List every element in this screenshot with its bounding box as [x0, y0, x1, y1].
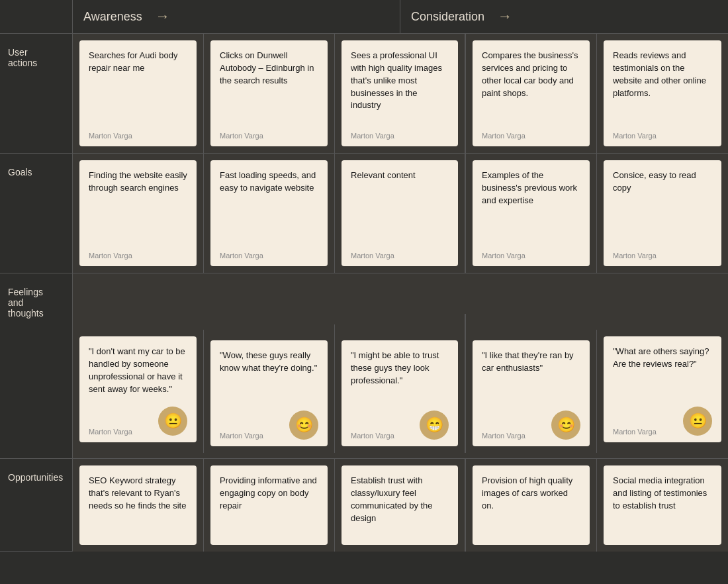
- card-text: Sees a professional UI with high quality…: [351, 50, 449, 125]
- card-author: Marton Varga: [351, 132, 449, 140]
- card: Compares the business's services and pri…: [473, 40, 590, 146]
- card: Establish trust with classy/luxury feel …: [341, 465, 458, 545]
- opportunities-label: Opportunities: [0, 459, 73, 552]
- card-cell: Reads reviews and testimonials on the we…: [597, 34, 728, 153]
- goals-row: Finding the website easily through searc…: [73, 154, 728, 273]
- card: Examples of the business's previous work…: [473, 160, 590, 266]
- card-author: Marton Varga: [351, 432, 394, 440]
- card-text: Social media integration and listing of …: [613, 475, 712, 532]
- card-text: Providing informative and engaging copy …: [220, 475, 318, 532]
- card-text: "I like that they're ran by car enthusia…: [482, 350, 580, 405]
- card-author: Marton Varga: [482, 132, 580, 140]
- feelings-label: Feelings and thoughts: [0, 273, 73, 459]
- goals-label: Goals: [0, 154, 73, 273]
- card-author: Marton Varga: [89, 428, 132, 436]
- card-text: Establish trust with classy/luxury feel …: [351, 475, 449, 532]
- card-cell: Social media integration and listing of …: [597, 459, 728, 552]
- card-text: Relevant content: [351, 170, 449, 245]
- card: Consice, easy to read copy Marton Varga: [604, 160, 721, 266]
- card-cell: Compares the business's services and pri…: [466, 34, 597, 153]
- card-text: "What are others saying? Are the reviews…: [613, 346, 712, 401]
- feelings-cell-5: "What are others saying? Are the reviews…: [597, 330, 728, 453]
- card: Searches for Audi body repair near me Ma…: [79, 40, 197, 146]
- card: SEO Keyword strategy that's relevant to …: [79, 465, 197, 545]
- card: Clicks on Dunwell Autobody – Edinburgh i…: [210, 40, 328, 146]
- card-text: SEO Keyword strategy that's relevant to …: [89, 475, 187, 532]
- card-author: Marton Varga: [613, 428, 657, 436]
- card-author: Marton Varga: [89, 252, 187, 260]
- card: Relevant content Marton Varga: [341, 160, 458, 266]
- card-cell: Finding the website easily through searc…: [73, 154, 204, 273]
- card-text: "I don't want my car to be handled by so…: [89, 346, 187, 401]
- card-author: Marton Varga: [351, 252, 449, 260]
- opportunities-row: SEO Keyword strategy that's relevant to …: [73, 459, 728, 552]
- card-author: Marton Varga: [482, 252, 580, 260]
- happy-emoji-2: 😊: [551, 411, 580, 440]
- card-text: Examples of the business's previous work…: [482, 170, 580, 245]
- neutral-emoji: 😐: [158, 407, 187, 436]
- feeling-card: "I don't want my car to be handled by so…: [79, 336, 197, 442]
- card-author: Marton Varga: [220, 132, 318, 140]
- card-text: Finding the website easily through searc…: [89, 170, 187, 245]
- feelings-cell-1: "I don't want my car to be handled by so…: [73, 330, 204, 453]
- feelings-cell-2: "Wow, these guys really know what they'r…: [204, 324, 335, 453]
- feelings-cell-4: "I like that they're ran by car enthusia…: [466, 330, 597, 453]
- grin-emoji: 😁: [420, 411, 449, 440]
- card-cell: Relevant content Marton Varga: [335, 154, 466, 273]
- feelings-row: "I don't want my car to be handled by so…: [73, 273, 728, 459]
- card: Providing informative and engaging copy …: [210, 465, 328, 545]
- awareness-arrow: →: [156, 8, 170, 25]
- card-text: Compares the business's services and pri…: [482, 50, 580, 125]
- card-cell: Provision of high quality images of cars…: [466, 459, 597, 552]
- feeling-card: "I like that they're ran by car enthusia…: [473, 340, 590, 446]
- consideration-title: Consideration: [411, 10, 484, 24]
- card: Fast loading speeds, and easy to navigat…: [210, 160, 328, 266]
- card-cell: Providing informative and engaging copy …: [204, 459, 335, 552]
- consideration-arrow: →: [498, 8, 512, 25]
- card-text: Reads reviews and testimonials on the we…: [613, 50, 712, 125]
- neutral-emoji-2: 😐: [683, 407, 712, 436]
- card-text: Searches for Audi body repair near me: [89, 50, 187, 125]
- awareness-title: Awareness: [83, 10, 142, 24]
- consideration-header: Consideration →: [400, 0, 728, 33]
- feeling-card: "I might be able to trust these guys the…: [341, 340, 458, 446]
- happy-emoji: 😊: [289, 411, 318, 440]
- header-corner: [0, 0, 73, 34]
- card-cell: Sees a professional UI with high quality…: [335, 34, 466, 153]
- card-author: Marton Varga: [220, 252, 318, 260]
- card-cell: Examples of the business's previous work…: [466, 154, 597, 273]
- card-cell: Consice, easy to read copy Marton Varga: [597, 154, 728, 273]
- card-text: "Wow, these guys really know what they'r…: [220, 350, 318, 405]
- header-sections: Awareness → Consideration →: [73, 0, 728, 34]
- journey-map: Awareness → Consideration → User actions…: [0, 0, 728, 552]
- card-cell: SEO Keyword strategy that's relevant to …: [73, 459, 204, 552]
- card-text: Fast loading speeds, and easy to navigat…: [220, 170, 318, 245]
- feelings-cell-3: "I might be able to trust these guys the…: [335, 314, 466, 453]
- feeling-card: "What are others saying? Are the reviews…: [604, 336, 721, 442]
- card: Reads reviews and testimonials on the we…: [604, 40, 721, 146]
- card: Sees a professional UI with high quality…: [341, 40, 458, 146]
- card-text: "I might be able to trust these guys the…: [351, 350, 449, 405]
- card: Finding the website easily through searc…: [79, 160, 197, 266]
- card-cell: Clicks on Dunwell Autobody – Edinburgh i…: [204, 34, 335, 153]
- awareness-header: Awareness →: [73, 0, 400, 33]
- card-cell: Establish trust with classy/luxury feel …: [335, 459, 466, 552]
- user-actions-row: Searches for Audi body repair near me Ma…: [73, 34, 728, 154]
- card: Provision of high quality images of cars…: [473, 465, 590, 545]
- card-cell: Searches for Audi body repair near me Ma…: [73, 34, 204, 153]
- card-author: Marton Varga: [613, 252, 712, 260]
- card-text: Provision of high quality images of cars…: [482, 475, 580, 532]
- card-text: Consice, easy to read copy: [613, 170, 712, 245]
- card: Social media integration and listing of …: [604, 465, 721, 545]
- card-author: Marton Varga: [613, 132, 712, 140]
- card-author: Marton Varga: [220, 432, 263, 440]
- card-cell: Fast loading speeds, and easy to navigat…: [204, 154, 335, 273]
- card-author: Marton Varga: [482, 432, 525, 440]
- user-actions-label: User actions: [0, 34, 73, 154]
- card-author: Marton Varga: [89, 132, 187, 140]
- feeling-card: "Wow, these guys really know what they'r…: [210, 340, 328, 446]
- card-text: Clicks on Dunwell Autobody – Edinburgh i…: [220, 50, 318, 125]
